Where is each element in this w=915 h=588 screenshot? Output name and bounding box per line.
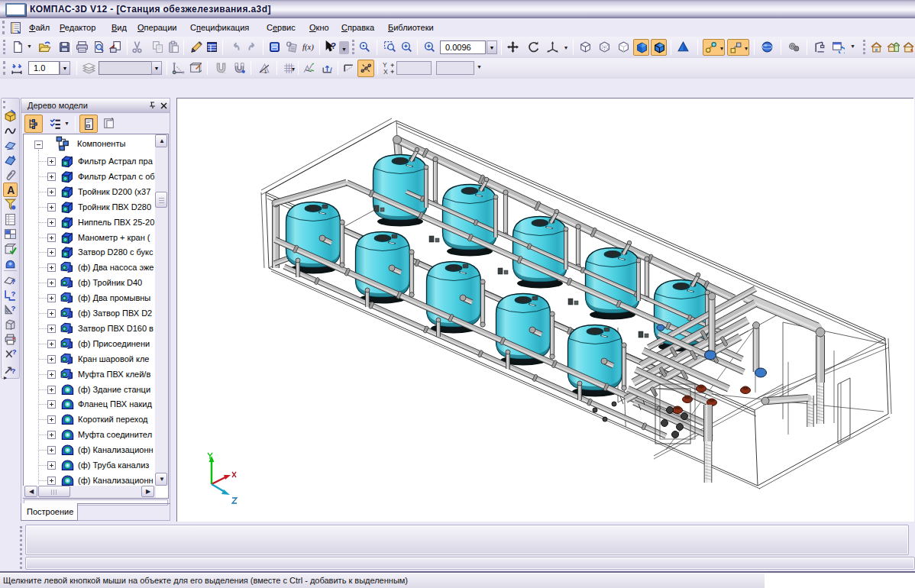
svg-text:?: ? [11,367,16,375]
svg-text:X: X [383,68,388,75]
svg-text:?: ? [11,304,16,312]
svg-text:?: ? [331,40,336,50]
svg-text:A: A [7,184,15,196]
svg-text:?: ? [11,289,16,297]
svg-text:?: ? [11,277,16,286]
svg-text:1: 1 [264,68,267,75]
svg-text:...: ... [222,69,227,74]
svg-text:f(x): f(x) [302,43,314,52]
svg-text:?: ? [12,347,17,356]
